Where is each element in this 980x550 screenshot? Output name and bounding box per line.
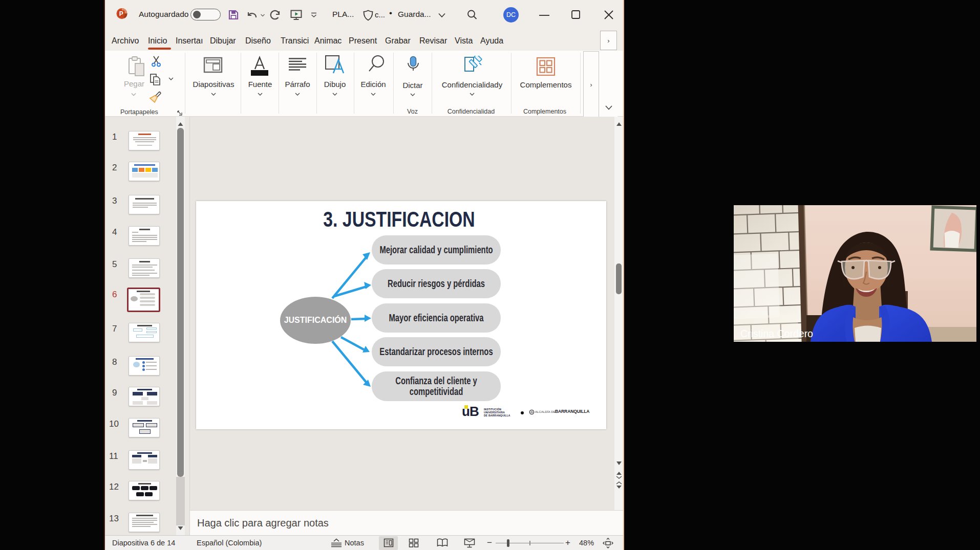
svg-text:P: P	[119, 10, 123, 17]
svg-text:Cristina Cordero: Cristina Cordero	[740, 328, 813, 339]
